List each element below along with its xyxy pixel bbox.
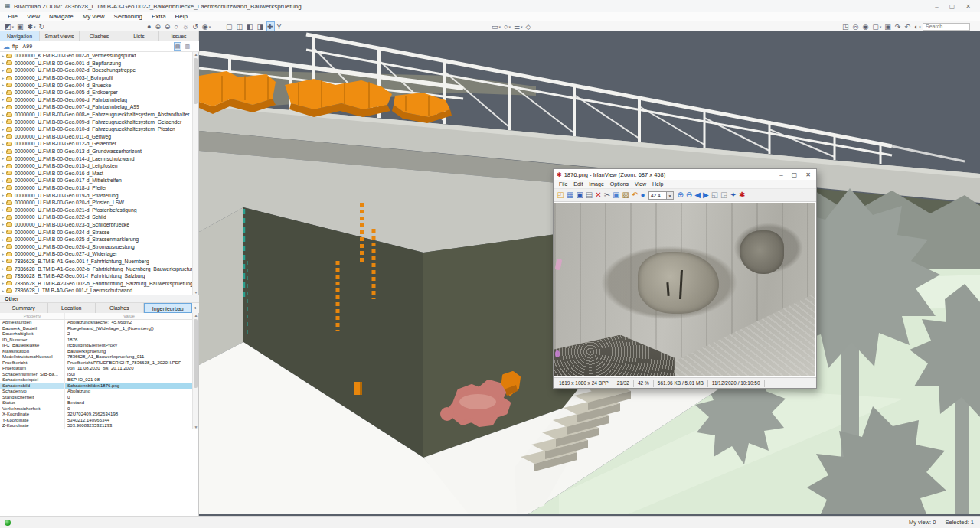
back-icon[interactable]: ↶ [904, 22, 911, 31]
tree-item[interactable]: ▸ 0000000_U.FM.B-00-Geo.015-d_Leitpfoste… [0, 162, 193, 170]
undo-icon[interactable]: ↶ [632, 189, 638, 201]
tree-item[interactable]: ▸ 7836628_B.TM.B-A1-Geo.001-f_Fahrtricht… [0, 258, 193, 266]
image-view-area[interactable] [554, 202, 816, 377]
expand-caret-icon[interactable]: ▸ [0, 97, 6, 102]
expand-caret-icon[interactable]: ▸ [0, 259, 6, 263]
panel-tab[interactable]: Lists [119, 31, 159, 41]
expand-caret-icon[interactable]: ▸ [0, 83, 6, 87]
properties-icon[interactable]: ✦ [730, 189, 737, 201]
tree-item[interactable]: ▸ 0000000_U.FM.B-00-Geo.026-d_Stromausru… [0, 243, 193, 250]
property-row[interactable]: Schadensbild Schadensbilder/1876.png [0, 383, 193, 389]
property-tab[interactable]: Summary [0, 303, 48, 313]
expand-caret-icon[interactable]: ▸ [0, 164, 6, 168]
delete-icon[interactable]: ✕ [595, 189, 601, 201]
property-row[interactable]: Bauwerk_Bauteil Fluegelwand_(Widerlager_… [0, 326, 193, 332]
search-input[interactable] [923, 23, 970, 31]
iv-menu-item[interactable]: Help [649, 181, 666, 187]
tree-item[interactable]: ▸ 0000000_U.FM.B-00-Geo.005-d_Erdkoerper [0, 89, 193, 96]
shaded-mode-icon[interactable]: ● [147, 22, 152, 31]
iv-close-button[interactable]: ✕ [805, 171, 811, 178]
tree-item[interactable]: ▸ 0000000_U.FM.B-00-Geo.008-e_Fahrzeugru… [0, 111, 193, 119]
reset-view-icon[interactable]: ↺ [192, 22, 199, 31]
next-image-icon[interactable]: ▶ [703, 189, 709, 201]
expand-caret-icon[interactable]: ▸ [0, 134, 6, 139]
property-row[interactable]: Status Bestand [0, 400, 193, 406]
menu-item[interactable]: Help [171, 12, 192, 21]
print-icon[interactable]: ▤ [586, 189, 593, 201]
property-row[interactable]: Pruefbericht Pruefbericht/PRUEFBERICHT_7… [0, 360, 193, 367]
menu-item[interactable]: File [3, 12, 22, 21]
expand-caret-icon[interactable]: ▸ [0, 252, 6, 256]
copy-icon[interactable]: ▣ [612, 189, 619, 201]
tree-item[interactable]: ▸ 0000000_K.FM.B-00-Geo.002-d_Vermessung… [0, 52, 193, 60]
expand-caret-icon[interactable]: ▸ [0, 244, 6, 249]
expand-caret-icon[interactable]: ▸ [0, 178, 6, 183]
expand-caret-icon[interactable]: ▸ [0, 281, 6, 285]
tree-item[interactable]: ▸ 0000000_U.FM.B-00-Geo.004-d_Bruecke [0, 81, 193, 89]
component-icon[interactable]: ◇ [526, 22, 532, 31]
expand-caret-icon[interactable]: ▸ [0, 266, 6, 271]
tree-item[interactable]: ▸ 0000000_U.FM.B-00-Geo.010-d_Fahrzeugru… [0, 125, 193, 133]
menu-item[interactable]: View [22, 12, 44, 21]
panel-tab[interactable]: Issues [159, 31, 199, 41]
property-row[interactable]: Schadennummer_SIB-Ba... [50] [0, 372, 193, 378]
zoom-dropdown-icon[interactable]: ▼ [667, 191, 674, 200]
expand-caret-icon[interactable]: ▸ [0, 200, 6, 205]
tree-item[interactable]: ▸ 0000000_U.FM.B-00-Geo.017-d_Mittelstre… [0, 177, 193, 184]
expand-caret-icon[interactable]: ▸ [0, 193, 6, 197]
property-row[interactable]: Schadentyp Abplatzung [0, 389, 193, 395]
zoom-level-combo[interactable]: 42.4 ▼ [648, 191, 674, 200]
zoom-selected-icon[interactable]: ◉ [862, 22, 869, 31]
sort-icon[interactable]: ▥ [183, 42, 191, 51]
group-by-icon[interactable]: ▤ [174, 42, 182, 51]
property-row[interactable]: Pruefdatum von_11.08.2020_bis_20.11.2020 [0, 366, 193, 372]
iv-menu-item[interactable]: Options [607, 181, 632, 187]
tree-item[interactable]: ▸ 7836628_B.TM.B-A2-Geo.001-f_Fahrtricht… [0, 272, 193, 280]
expand-caret-icon[interactable]: ▸ [0, 222, 6, 227]
zoom-level-value[interactable]: 42.4 [648, 191, 667, 200]
expand-caret-icon[interactable]: ▸ [0, 274, 6, 279]
iv-menu-item[interactable]: Image [586, 181, 606, 187]
tree-item[interactable]: ▸ 0000000_U.FM.B-00-Geo.009-d_Fahrzeugru… [0, 118, 193, 125]
iv-menu-item[interactable]: Edit [570, 181, 586, 187]
iv-menu-item[interactable]: View [632, 181, 649, 187]
irfanview-window[interactable]: ✱ 1876.png - IrfanView (Zoom: 687 x 458)… [553, 168, 817, 389]
tree-item[interactable]: ▸ 7836628_L.TM.B-A0-Geo.001-f_Laermschut… [0, 287, 193, 295]
expand-caret-icon[interactable]: ▸ [0, 127, 6, 132]
save-viewpoint-icon[interactable]: ▣ [17, 22, 24, 31]
tree-item[interactable]: ▸ 0000000_U.FM.B-00-Geo.006-d_Fahrbahnbe… [0, 96, 193, 104]
menu-item[interactable]: Navigate [44, 12, 78, 21]
minimize-button[interactable]: – [935, 3, 938, 10]
paste-icon[interactable]: ▧ [622, 189, 629, 201]
tree-item[interactable]: ▸ 0000000_U.FM.B-00-Geo.019-d_Pflasterun… [0, 191, 193, 199]
iv-minimize-button[interactable]: – [779, 171, 782, 178]
property-scrollbar[interactable]: ▲▼ [192, 313, 198, 429]
property-row[interactable]: Klassifikation Bauwerkspruefung [0, 349, 193, 355]
expand-caret-icon[interactable]: ▸ [0, 90, 6, 95]
tree-item[interactable]: ▸ 7836628_B.TM.B-A1-Geo.002-b_Fahrtricht… [0, 265, 193, 272]
expand-caret-icon[interactable]: ▸ [0, 119, 6, 124]
property-tab[interactable]: Ingenieurbau [144, 303, 193, 313]
property-row[interactable]: ID_Nummer 1876 [0, 337, 193, 344]
expand-caret-icon[interactable]: ▸ [0, 156, 6, 161]
tree-item[interactable]: ▸ 0000000_U.FM.B-00-Geo.022-d_Schild [0, 213, 193, 221]
property-tab[interactable]: Location [48, 303, 96, 313]
tree-item[interactable]: ▸ 0000000_U.FM.B-00-Geo.020-d_Pfosten_LS… [0, 199, 193, 207]
expand-caret-icon[interactable]: ▸ [0, 215, 6, 220]
rect-select-icon[interactable]: ▭▾ [492, 22, 501, 31]
tree-item[interactable]: ▸ 0000000_U.FM.B-00-Geo.014-d_Laermschut… [0, 155, 193, 162]
tree-item[interactable]: ▸ 0000000_U.FM.B-00-Geo.024-d_Strasse [0, 228, 193, 236]
tree-item[interactable]: ▸ 0000000_U.FM.B-00-Geo.013-d_Grundwasse… [0, 148, 193, 155]
ellipse-select-icon[interactable]: ○▾ [504, 22, 511, 31]
save-image-icon[interactable]: ▣ [884, 22, 892, 31]
tree-item[interactable]: ▸ 0000000_U.FM.B-00-Geo.007-d_Fahrbahnbe… [0, 103, 193, 111]
panel-tab[interactable]: Smart views [40, 31, 80, 41]
panel-tab[interactable]: Clashes [80, 31, 119, 41]
expand-caret-icon[interactable]: ▸ [0, 68, 6, 73]
menu-item[interactable]: Sectioning [109, 12, 147, 21]
expand-caret-icon[interactable]: ▸ [0, 60, 6, 65]
menu-item[interactable]: Extra [147, 12, 171, 21]
expand-caret-icon[interactable]: ▸ [0, 207, 6, 212]
property-row[interactable]: Modellstrukturschluessel 7836628_A1_Bauw… [0, 354, 193, 360]
split-view-icon[interactable]: Y [277, 22, 283, 31]
